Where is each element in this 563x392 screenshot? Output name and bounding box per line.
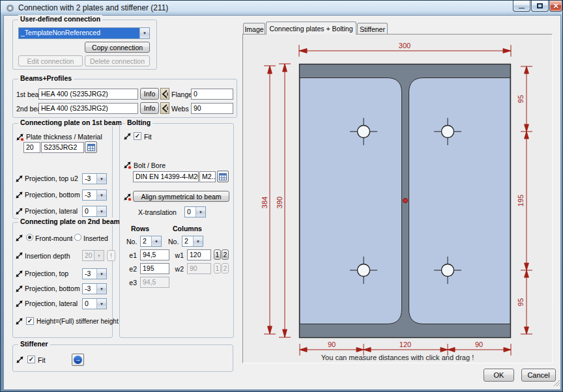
- link-icon[interactable]: [15, 284, 23, 292]
- connection-template-dropdown[interactable]: _TemplateNonReferenced ▼: [18, 27, 150, 39]
- plate-thickness-label: Plate thickness / Material: [26, 133, 102, 141]
- proj2-lateral-label: Projection, lateral: [25, 300, 78, 307]
- second-beam-info-button[interactable]: Info: [140, 102, 159, 114]
- check-icon: ✓: [135, 133, 140, 139]
- group-title-plate2: Connecting plate on 2nd beam: [18, 217, 122, 225]
- web-angle-icon[interactable]: [160, 102, 169, 114]
- bore-field[interactable]: M2...: [199, 171, 216, 182]
- maximize-button[interactable]: [531, 1, 549, 12]
- link-icon[interactable]: [15, 174, 23, 182]
- cols-no-combo[interactable]: 2▼: [182, 236, 203, 247]
- chevron-down-icon[interactable]: ▼: [193, 236, 203, 246]
- proj-bottom-u1-combo[interactable]: -3▼: [82, 189, 107, 201]
- plate-material-field[interactable]: S235JRG2: [41, 142, 84, 153]
- w2-button-1[interactable]: 1: [214, 263, 221, 273]
- first-beam-field[interactable]: HEA 400 (S235JRG2): [38, 89, 138, 100]
- proj-lateral-value: 0: [83, 206, 96, 216]
- proj-top-u2-combo[interactable]: -3▼: [82, 173, 107, 184]
- link-icon[interactable]: [15, 233, 23, 242]
- link-icon[interactable]: [16, 355, 24, 363]
- x-translation-combo[interactable]: 0▼: [184, 206, 206, 217]
- insertion-depth-value: 20: [83, 251, 94, 260]
- copy-connection-button[interactable]: Copy connection: [85, 42, 150, 53]
- link-icon[interactable]: [123, 132, 132, 140]
- chevron-down-icon[interactable]: ▼: [96, 174, 106, 184]
- w2-label: w2: [172, 265, 184, 273]
- flanges-value-field[interactable]: 0: [191, 89, 233, 100]
- proj2-bottom-label: Projection, bottom: [25, 285, 80, 292]
- ok-button[interactable]: OK: [484, 369, 514, 382]
- plate-thickness-field[interactable]: 20: [23, 142, 40, 153]
- proj2-lateral-combo[interactable]: 0▼: [82, 298, 107, 309]
- link-icon[interactable]: [15, 251, 23, 259]
- chevron-down-icon[interactable]: ▼: [96, 269, 106, 279]
- chevron-down-icon[interactable]: ▼: [96, 190, 106, 200]
- align-symmetrical-button[interactable]: Align symmetrical to beam: [133, 191, 229, 202]
- height-full-checkbox[interactable]: ✓: [26, 317, 34, 325]
- group-title-user-defined: User-defined connection: [18, 15, 102, 23]
- bolt-field[interactable]: DIN EN 14399-4-M20-10...: [133, 171, 199, 182]
- flange-angle-icon[interactable]: [160, 88, 169, 100]
- insertion-warning-button[interactable]: !: [107, 250, 115, 261]
- w1-button-2[interactable]: 2: [222, 249, 229, 260]
- webs-label: Webs: [171, 105, 189, 113]
- proj-lateral-combo[interactable]: 0▼: [82, 206, 107, 217]
- dim-top-300: 300: [399, 42, 411, 49]
- window-title: Connection with 2 plates and stiffener (…: [18, 3, 168, 12]
- link-icon[interactable]: [15, 299, 23, 307]
- link-icon[interactable]: [15, 190, 23, 199]
- proj2-lateral-value: 0: [83, 299, 96, 309]
- w2-button-2[interactable]: 2: [222, 263, 229, 273]
- tab-image[interactable]: Image: [243, 23, 265, 35]
- tab-stiffener[interactable]: Stiffener: [357, 23, 388, 35]
- rows-no-combo[interactable]: 2▼: [140, 236, 162, 247]
- stiffener-next-button[interactable]: →: [72, 354, 84, 366]
- inserted-radio[interactable]: [74, 234, 81, 241]
- link-dot-icon[interactable]: [123, 192, 132, 201]
- e1-field[interactable]: 94,5: [140, 249, 169, 260]
- dim-right-95-bottom: 95: [517, 298, 525, 306]
- bolt-table-button[interactable]: [217, 171, 229, 182]
- section-drawing[interactable]: 300 384 390 95 195 95 90 120 90 You can …: [243, 35, 552, 363]
- proj2-top-combo[interactable]: -3▼: [82, 268, 107, 279]
- edit-connection-button[interactable]: Edit connection: [18, 55, 83, 66]
- link-icon[interactable]: [15, 206, 23, 215]
- tab-connecting-plates-bolting[interactable]: Connecting plates + Bolting: [266, 21, 356, 35]
- second-beam-field[interactable]: HEA 400 (S235JRG2): [38, 103, 138, 114]
- proj2-bottom-combo[interactable]: -3▼: [82, 283, 107, 294]
- chevron-down-icon[interactable]: ▼: [195, 207, 205, 217]
- insertion-depth-combo[interactable]: 20▼: [82, 250, 104, 261]
- front-mounted-radio[interactable]: [26, 234, 33, 241]
- stiffener-fit-checkbox[interactable]: ✓: [27, 356, 35, 363]
- close-button[interactable]: ✕: [549, 1, 562, 12]
- titlebar[interactable]: Connection with 2 plates and stiffener (…: [1, 1, 562, 15]
- dim-bottom-90-left: 90: [328, 341, 336, 348]
- chevron-down-icon[interactable]: ▼: [151, 236, 161, 246]
- w1-button-1[interactable]: 1: [214, 249, 221, 260]
- w2-field[interactable]: 90: [187, 263, 211, 274]
- cancel-button[interactable]: Cancel: [521, 369, 556, 382]
- webs-value-field[interactable]: 90: [191, 103, 233, 114]
- e3-field[interactable]: 94,5: [140, 277, 169, 288]
- proj-lateral-label: Projection, lateral: [25, 207, 78, 215]
- dialog-window: Connection with 2 plates and stiffener (…: [0, 0, 563, 392]
- reference-point[interactable]: [403, 199, 408, 203]
- chevron-down-icon[interactable]: ▼: [96, 299, 106, 309]
- w1-field[interactable]: 120: [187, 249, 211, 260]
- e3-label: e3: [125, 279, 137, 287]
- link-dot-icon[interactable]: [123, 160, 132, 169]
- chevron-down-icon[interactable]: ▼: [139, 28, 149, 38]
- link-icon[interactable]: [15, 269, 23, 277]
- resize-grip[interactable]: [553, 378, 560, 389]
- e2-field[interactable]: 195: [140, 263, 169, 274]
- minimize-button[interactable]: —: [513, 1, 530, 12]
- cols-no-value: 2: [182, 236, 193, 246]
- bolting-fit-checkbox[interactable]: ✓: [134, 132, 141, 140]
- chevron-down-icon[interactable]: ▼: [96, 284, 106, 294]
- chevron-down-icon[interactable]: ▼: [96, 206, 106, 216]
- link-dot-icon[interactable]: [16, 132, 24, 141]
- delete-connection-button[interactable]: Delete connection: [85, 55, 150, 66]
- material-table-button[interactable]: [85, 141, 97, 153]
- first-beam-info-button[interactable]: Info: [140, 88, 159, 100]
- link-icon[interactable]: [15, 316, 23, 325]
